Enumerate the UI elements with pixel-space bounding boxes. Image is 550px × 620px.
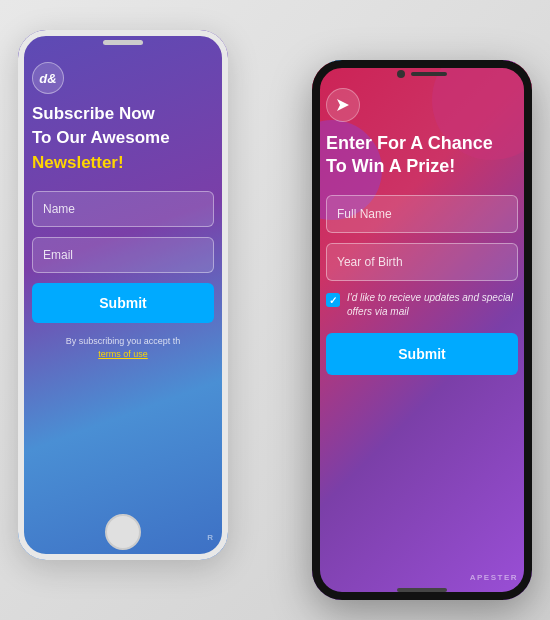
right-checkbox[interactable]: ✓: [326, 293, 340, 307]
left-branding: R: [207, 533, 214, 542]
right-logo-icon: [326, 88, 360, 122]
left-headline-line2: To Our Awesome: [32, 128, 214, 148]
right-checkbox-row: ✓ I'd like to recieve updates and specia…: [326, 291, 518, 319]
left-footer-text: By subscribing you accept th terms of us…: [32, 335, 214, 362]
send-icon: [335, 97, 351, 113]
left-home-button[interactable]: [105, 514, 141, 550]
right-inner: Enter For A Chance To Win A Prize! Full …: [312, 60, 532, 600]
left-email-input[interactable]: Email: [32, 237, 214, 273]
phone-left: d& Subscribe Now To Our Awesome Newslett…: [18, 30, 228, 560]
left-headline-line1: Subscribe Now: [32, 104, 214, 124]
left-terms-link[interactable]: terms of use: [98, 349, 148, 359]
left-name-placeholder: Name: [43, 202, 75, 216]
right-speaker: [411, 72, 447, 76]
right-yob-input[interactable]: Year of Birth: [326, 243, 518, 281]
right-headline-line2: To Win A Prize!: [326, 156, 455, 176]
phone-right: Enter For A Chance To Win A Prize! Full …: [312, 60, 532, 600]
scene: d& Subscribe Now To Our Awesome Newslett…: [0, 0, 550, 620]
left-subheadline: Newsletter!: [32, 153, 214, 173]
right-headline: Enter For A Chance To Win A Prize!: [326, 132, 518, 177]
left-speaker: [103, 40, 143, 45]
left-submit-button[interactable]: Submit: [32, 283, 214, 323]
right-top-bar: [397, 70, 447, 78]
right-home-bar: [397, 588, 447, 592]
right-phone-content: Enter For A Chance To Win A Prize! Full …: [312, 60, 532, 600]
left-name-input[interactable]: Name: [32, 191, 214, 227]
right-fullname-placeholder: Full Name: [337, 207, 392, 221]
right-camera: [397, 70, 405, 78]
left-logo-text: d&: [39, 71, 56, 86]
right-headline-line1: Enter For A Chance: [326, 133, 493, 153]
left-notch: [103, 40, 143, 45]
right-branding: APESTER: [470, 573, 518, 582]
right-fullname-input[interactable]: Full Name: [326, 195, 518, 233]
svg-marker-0: [337, 99, 349, 111]
right-yob-placeholder: Year of Birth: [337, 255, 403, 269]
left-email-placeholder: Email: [43, 248, 73, 262]
checkmark-icon: ✓: [329, 295, 337, 306]
left-logo-area: d&: [32, 62, 214, 94]
right-checkbox-label: I'd like to recieve updates and special …: [347, 291, 518, 319]
left-logo-circle: d&: [32, 62, 64, 94]
right-submit-button[interactable]: Submit: [326, 333, 518, 375]
left-phone-content: d& Subscribe Now To Our Awesome Newslett…: [18, 30, 228, 560]
